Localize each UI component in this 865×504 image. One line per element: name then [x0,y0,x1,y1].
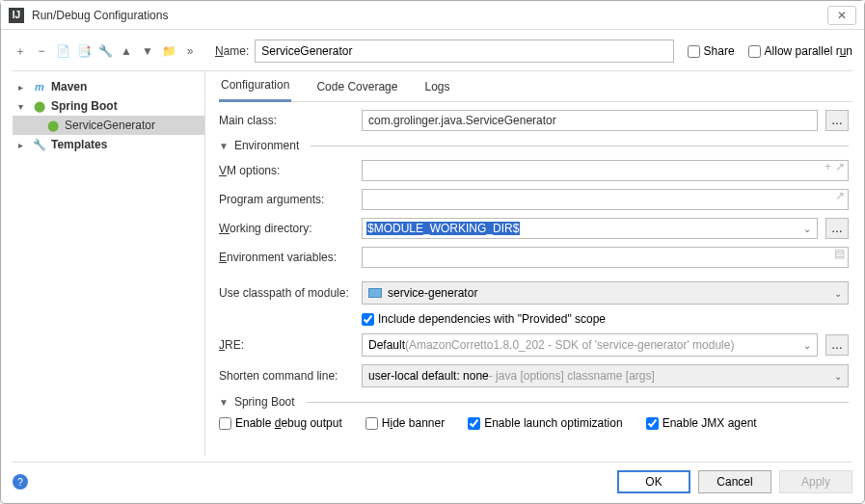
config-tree: ▸ m Maven ▾ ⬤ Spring Boot ⬤ ServiceGener… [13,71,205,456]
chevron-down-icon[interactable]: ⌄ [803,224,811,234]
browse-main-class-button[interactable]: … [825,110,849,131]
enable-jmx-checkbox[interactable]: Enable JMX agent [646,416,757,430]
shorten-select[interactable]: user-local default: none - java [options… [362,364,849,387]
include-deps-checkbox[interactable]: Include dependencies with "Provided" sco… [362,312,606,326]
spring-icon: ⬤ [32,98,47,114]
chevron-down-icon: ⌄ [834,371,842,382]
chevron-down-icon: ⌄ [803,340,811,351]
wrench-icon[interactable]: 🔧 [97,43,113,59]
classpath-label: Use classpath of module: [219,286,354,300]
wrench-icon: 🔧 [32,137,47,152]
vm-options-input[interactable] [362,160,849,181]
main-class-label: Main class: [219,114,354,127]
vm-options-label: VM options: [219,164,354,177]
list-icon[interactable]: ▤ [834,247,845,260]
tree-item-spring-boot[interactable]: ▾ ⬤ Spring Boot [13,96,204,116]
tab-configuration[interactable]: Configuration [219,71,291,102]
down-icon[interactable]: ▼ [140,43,155,59]
help-icon[interactable]: ? [13,474,28,490]
browse-jre-button[interactable]: … [825,334,849,356]
remove-icon[interactable]: − [34,43,49,59]
folder-icon[interactable]: 📁 [161,43,176,59]
save-template-icon[interactable]: 📑 [76,43,92,59]
cancel-button[interactable]: Cancel [698,470,771,493]
expand-icon[interactable]: » [182,43,198,59]
spring-icon: ⬤ [45,118,61,133]
chevron-right-icon: ▸ [18,140,28,150]
environment-section-header[interactable]: ▼ Environment [219,139,849,152]
jre-select[interactable]: Default (AmazonCorretto1.8.0_202 - SDK o… [362,333,818,357]
window-title: Run/Debug Configurations [32,9,827,22]
close-icon[interactable]: ✕ [827,6,856,25]
name-label: Name: [215,44,249,58]
env-vars-input[interactable] [362,247,849,268]
tree-item-maven[interactable]: ▸ m Maven [13,77,204,96]
spring-boot-section-header[interactable]: ▼ Spring Boot [219,395,849,409]
jre-label: JRE: [219,338,354,352]
apply-button[interactable]: Apply [779,470,852,493]
module-icon [368,288,382,298]
plus-icon[interactable]: + [824,160,831,173]
browse-working-dir-button[interactable]: … [825,218,849,239]
tree-item-templates[interactable]: ▸ 🔧 Templates [13,135,204,154]
tab-logs[interactable]: Logs [422,71,451,102]
working-dir-input[interactable]: $MODULE_WORKING_DIR$ ⌄ [362,218,818,239]
titlebar: IJ Run/Debug Configurations ✕ [1,1,864,30]
tab-code-coverage[interactable]: Code Coverage [314,71,399,102]
tree-item-service-generator[interactable]: ⬤ ServiceGenerator [13,116,204,135]
maven-icon: m [32,79,47,94]
chevron-down-icon: ▾ [18,101,28,112]
share-checkbox[interactable]: Share [688,44,735,58]
working-dir-label: Working directory: [219,222,354,235]
chevron-right-icon: ▸ [18,82,28,93]
add-icon[interactable]: ＋ [13,43,28,59]
ok-button[interactable]: OK [617,470,690,493]
up-icon[interactable]: ▲ [119,43,134,59]
copy-icon[interactable]: 📄 [55,43,70,59]
enable-launch-checkbox[interactable]: Enable launch optimization [468,416,622,430]
enable-debug-checkbox[interactable]: Enable debug output [219,416,342,430]
expand-icon[interactable]: ↗ [835,160,845,173]
hide-banner-checkbox[interactable]: Hide banner [365,416,445,430]
expand-icon[interactable]: ↗ [835,189,845,202]
tab-bar: Configuration Code Coverage Logs [219,71,852,102]
chevron-down-icon: ▼ [219,141,229,151]
env-vars-label: Environment variables: [219,251,354,264]
shorten-label: Shorten command line: [219,369,354,383]
program-args-input[interactable] [362,189,849,210]
chevron-down-icon: ▼ [219,397,229,408]
dialog-window: IJ Run/Debug Configurations ✕ ＋ − 📄 📑 🔧 … [0,0,865,504]
name-input[interactable] [255,40,673,63]
app-icon: IJ [9,8,24,23]
config-toolbar: ＋ − 📄 📑 🔧 ▲ ▼ 📁 » [13,43,205,59]
main-class-input[interactable] [362,110,818,131]
parallel-checkbox[interactable]: Allow parallel run [748,44,852,58]
program-args-label: Program arguments: [219,193,354,206]
chevron-down-icon: ⌄ [834,288,842,299]
classpath-select[interactable]: service-generator ⌄ [362,281,849,305]
